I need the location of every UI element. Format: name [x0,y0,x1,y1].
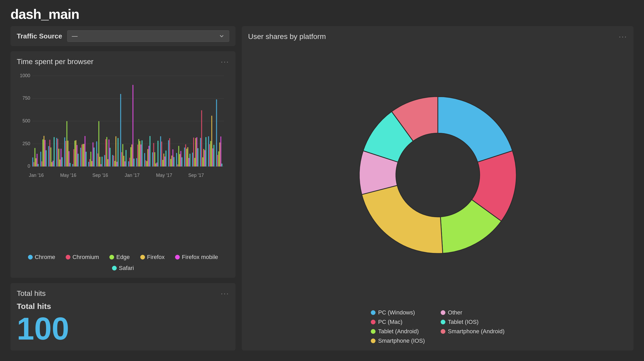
legend-dot [175,255,180,260]
bar-chart-menu[interactable]: ··· [221,58,229,66]
svg-rect-153 [221,163,222,166]
svg-rect-79 [124,156,125,167]
donut-legend: PC (Windows)PC (Mac)Tablet (Android)Smar… [248,309,627,344]
svg-text:750: 750 [23,95,30,101]
donut-chart-menu[interactable]: ··· [619,32,627,41]
total-hits-menu[interactable]: ··· [221,289,229,298]
svg-rect-55 [91,161,92,167]
svg-text:May '17: May '17 [156,173,172,178]
donut-legend-row1: PC (Windows)PC (Mac)Tablet (Android)Smar… [371,309,425,344]
donut-legend-dot [371,310,376,315]
legend-label: Edge [116,254,130,261]
donut-legend-label: PC (Windows) [378,309,415,316]
svg-rect-10 [32,157,33,167]
svg-rect-33 [62,157,63,166]
donut-legend-dot [371,339,376,343]
legend-item: Firefox [140,254,165,261]
left-column: Traffic Source — Time spent per browser … [10,26,236,351]
donut-legend-dot [441,310,445,315]
donut-legend-item: Smartphone (Android) [441,328,505,335]
svg-rect-74 [116,162,117,166]
svg-rect-19 [43,136,44,166]
svg-rect-40 [72,164,73,166]
svg-rect-68 [109,139,110,166]
donut-legend-row2: OtherTablet (IOS)Smartphone (Android) [441,309,505,344]
svg-rect-137 [201,110,202,167]
total-hits-label: Total hits [17,302,229,311]
svg-rect-39 [70,163,71,167]
donut-chart-header: User shares by platform ··· [248,32,627,41]
svg-rect-59 [97,154,98,167]
svg-rect-126 [186,149,187,167]
svg-rect-96 [146,161,147,167]
svg-rect-62 [100,164,102,166]
legend-dot [112,266,117,270]
svg-rect-86 [132,85,133,167]
svg-rect-141 [205,137,206,166]
svg-rect-146 [212,148,214,166]
svg-rect-129 [189,154,191,167]
svg-rect-88 [136,158,137,167]
svg-rect-37 [68,141,69,167]
svg-text:Jan '17: Jan '17 [125,173,140,178]
svg-rect-81 [126,150,127,166]
donut-legend-rows-container: PC (Windows)PC (Mac)Tablet (Android)Smar… [371,309,505,344]
svg-rect-91 [139,141,141,166]
svg-text:Sep '17: Sep '17 [188,173,204,178]
svg-rect-53 [89,159,90,166]
svg-rect-65 [105,139,106,167]
svg-rect-106 [160,136,161,166]
svg-rect-60 [98,121,99,166]
svg-rect-133 [195,138,196,167]
svg-rect-145 [211,116,212,166]
donut-legend-item: Tablet (IOS) [441,319,505,325]
legend-item: Safari [112,265,134,272]
svg-rect-41 [73,149,74,166]
svg-rect-54 [90,152,91,166]
svg-rect-140 [204,150,205,166]
svg-rect-107 [161,142,162,166]
svg-rect-134 [196,137,197,166]
svg-rect-43 [75,140,76,167]
svg-rect-61 [99,157,100,166]
traffic-source-dropdown[interactable]: — [67,30,229,42]
svg-rect-113 [169,138,170,166]
svg-text:250: 250 [23,141,30,146]
svg-rect-144 [210,141,211,166]
svg-rect-15 [38,164,39,167]
svg-text:0: 0 [28,163,30,169]
svg-rect-121 [179,154,180,166]
svg-rect-46 [80,148,81,167]
svg-rect-125 [185,144,186,167]
svg-rect-98 [148,146,149,166]
svg-rect-105 [158,141,159,166]
svg-rect-66 [106,137,107,167]
legend-item: Edge [109,254,130,261]
svg-rect-92 [141,144,142,166]
svg-rect-67 [108,159,109,166]
svg-rect-17 [41,161,42,167]
svg-rect-128 [188,158,189,167]
donut-svg [346,83,529,267]
svg-rect-44 [76,145,77,166]
svg-rect-28 [56,138,57,166]
donut-legend-dot [441,329,445,334]
donut-legend-label: Smartphone (Android) [448,328,505,335]
donut-legend-item: Smartphone (IOS) [371,337,425,344]
legend-dot [28,255,33,260]
legend-item: Chromium [66,254,99,261]
traffic-source-bar: Traffic Source — [10,26,236,46]
svg-rect-23 [49,140,51,166]
donut-legend-label: Other [448,309,462,316]
svg-rect-94 [144,153,145,166]
donut-chart-area [248,50,627,300]
svg-rect-101 [153,143,154,167]
svg-rect-16 [40,152,41,166]
svg-rect-103 [155,163,156,167]
svg-rect-118 [176,153,177,167]
svg-rect-112 [168,140,169,166]
svg-text:Sep '16: Sep '16 [92,173,108,178]
svg-rect-34 [64,137,65,166]
svg-rect-138 [202,157,203,166]
svg-rect-20 [44,140,46,167]
